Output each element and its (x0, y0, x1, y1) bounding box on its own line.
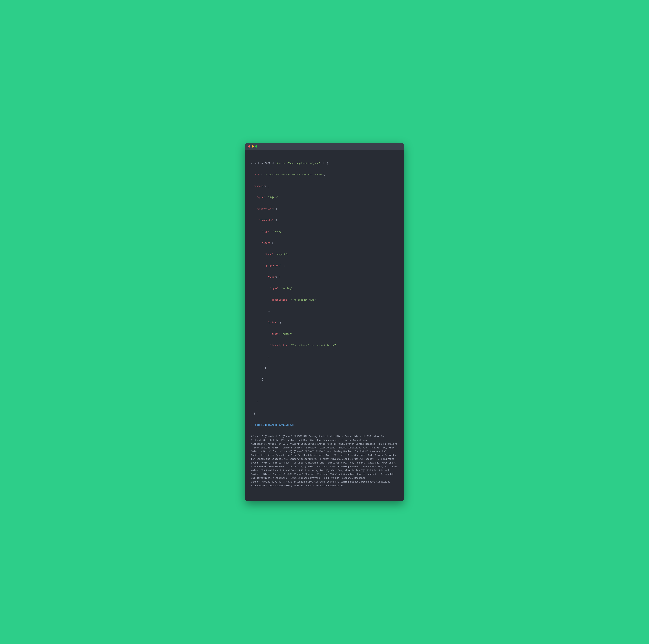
command-line-23: } (251, 412, 398, 416)
command-line-18: } (251, 355, 398, 359)
command-line-14: }, (251, 309, 398, 313)
prompt-arrow: → (251, 162, 254, 165)
command-line-15: "price": { (251, 321, 398, 325)
command-line-12: "type": "string", (251, 287, 398, 291)
schema-key: "schema" (254, 185, 265, 187)
type-val-3: "object" (276, 253, 287, 256)
url-key: "url" (254, 174, 261, 176)
command-line-6: "products": { (251, 218, 398, 222)
command-line-2: "url": "https://www.amazon.com/s?k=gamin… (251, 173, 398, 177)
properties-key-1: "properties" (257, 208, 273, 210)
content-type-string: "Content-Type: application/json" (276, 162, 320, 165)
products-key: "products" (259, 219, 273, 221)
command-line-22: } (251, 400, 398, 404)
command-line-11: "name": { (251, 275, 398, 279)
name-key: "name" (267, 276, 276, 278)
desc-key-2: "description" (270, 344, 288, 347)
command-line-8: "items": { (251, 241, 398, 245)
desc-val-1: "The product name" (291, 299, 316, 301)
d-flag: -d ' (320, 162, 327, 165)
maximize-dot[interactable] (255, 145, 257, 147)
curl-cmd: curl -X POST -H (254, 162, 276, 165)
type-key-4: "type" (270, 287, 278, 290)
type-val-2: "array" (273, 230, 283, 233)
terminal-body: → curl -X POST -H "Content-Type: applica… (245, 150, 404, 501)
terminal-window: → curl -X POST -H "Content-Type: applica… (245, 143, 404, 501)
command-line-20: } (251, 378, 398, 382)
title-bar (245, 143, 404, 150)
price-key: "price" (267, 321, 277, 324)
type-val-1: "object" (267, 196, 278, 199)
command-line-4: "type": "object", (251, 196, 398, 200)
command-line-17: "description": "The price of the product… (251, 344, 398, 347)
command-line-9: "type": "object", (251, 253, 398, 256)
command-line-16: "type": "number", (251, 332, 398, 336)
items-key: "items" (262, 242, 272, 244)
type-key-5: "type" (270, 333, 278, 335)
command-line-24: }' http://localhost:3001/lookup (251, 423, 398, 427)
command-line-7: "type": "array", (251, 230, 398, 234)
command-line-5: "properties": { (251, 207, 398, 211)
type-val-5: "number" (281, 333, 292, 335)
type-val-4: "string" (281, 287, 292, 290)
result-line: {"result":{"products":[{"name":"NUBWO N2… (251, 435, 398, 488)
type-key-3: "type" (265, 253, 273, 256)
properties-key-2: "properties" (265, 264, 281, 267)
command-line-21: } (251, 389, 398, 393)
desc-val-2: "The price of the product in USD" (291, 344, 336, 347)
localhost-url: http://localhost:3001/lookup (255, 424, 294, 426)
command-line-19: } (251, 367, 398, 370)
open-brace: { (327, 162, 328, 165)
url-value: "https://www.amazon.com/s?k=gaming+heads… (263, 174, 324, 176)
command-line-10: "properties": { (251, 264, 398, 268)
command-line-13: "description": "The product name" (251, 298, 398, 302)
result-text: {"result":{"products":[{"name":"NUBWO N2… (251, 435, 398, 487)
minimize-dot[interactable] (252, 145, 254, 147)
command-line-3: "schema": { (251, 184, 398, 188)
command-line-1: → curl -X POST -H "Content-Type: applica… (251, 162, 398, 165)
type-key-2: "type" (262, 230, 270, 233)
type-key-1: "type" (257, 196, 265, 199)
desc-key-1: "description" (270, 299, 288, 301)
close-dot[interactable] (248, 145, 250, 147)
